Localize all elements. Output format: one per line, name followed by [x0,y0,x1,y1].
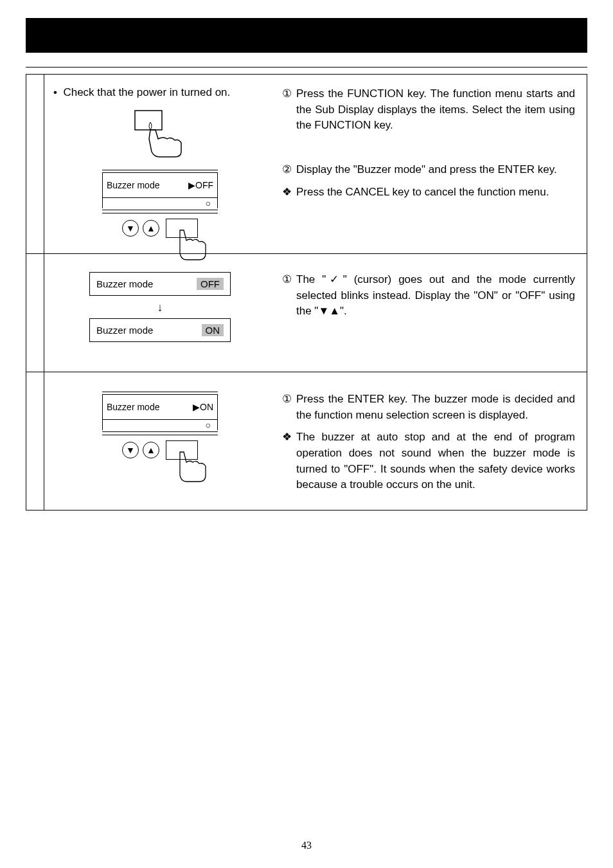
circled-one-icon: ① [282,86,296,134]
down-triangle-icon: ▼ [126,445,135,455]
step-item: ② Display the "Buzzer mode" and press th… [282,162,575,178]
sub-display-value: ▶OFF [188,180,213,190]
circled-two-icon: ② [282,162,296,178]
button-row: ▼ ▲ [122,442,198,464]
row1-left: • Check that the power in turned on. Buz… [44,75,276,253]
row2-left: Buzzer mode OFF ↓ Buzzer mode ON [44,254,276,372]
diamond-icon: ❖ [282,185,296,201]
step2-text: Display the "Buzzer mode" and press the … [296,162,575,178]
table-row: Buzzer mode OFF ↓ Buzzer mode ON ① The "… [26,254,587,372]
mode-box-on: Buzzer mode ON [89,318,231,342]
button-row: ▼ ▲ [122,220,198,242]
lamp-icon: ○ [206,420,211,430]
mode-box-label: Buzzer mode [96,278,153,289]
hand-press-icon [131,107,189,158]
up-triangle-icon: ▲ [147,445,155,455]
up-triangle-icon: ▲ [147,223,155,233]
row-gutter [26,254,44,372]
horizontal-rule [26,67,587,68]
row3-note-text: The buzzer at auto stop and at the end o… [296,429,575,493]
sub-display: Buzzer mode ▶OFF ○ [102,170,218,213]
down-triangle-icon: ▼ [126,223,135,233]
mode-box-off: Buzzer mode OFF [89,272,231,296]
step-item: ① Press the ENTER key. The buzzer mode i… [282,392,575,423]
circled-one-icon: ① [282,392,296,423]
steps-table: • Check that the power in turned on. Buz… [26,74,587,511]
bullet-icon: • [53,86,57,98]
hand-press-icon [173,224,218,264]
row-gutter [26,372,44,510]
page-number: 43 [0,840,613,851]
table-row: Buzzer mode ▶ON ○ ▼ ▲ [26,372,587,510]
note-item: ❖ The buzzer at auto stop and at the end… [282,429,575,493]
mode-box-label: Buzzer mode [96,325,153,336]
mode-box-value: OFF [197,278,224,290]
up-arrow-button[interactable]: ▲ [143,442,159,458]
row3-step1-text: Press the ENTER key. The buzzer mode is … [296,392,575,423]
circled-one-icon: ① [282,272,296,320]
row3-right: ① Press the ENTER key. The buzzer mode i… [276,372,587,510]
down-arrow-button[interactable]: ▼ [122,442,139,458]
check-power-text: • Check that the power in turned on. [53,86,230,99]
note-text: Press the CANCEL key to cancel the funct… [296,185,575,201]
header-black-band [26,18,587,53]
diamond-icon: ❖ [282,429,296,493]
lamp-icon: ○ [206,198,211,208]
mode-box-value: ON [202,324,224,336]
row2-right: ① The "✓" (cursor) goes out and the mode… [276,254,587,372]
sub-display: Buzzer mode ▶ON ○ [102,392,218,435]
step1-text: Press the FUNCTION key. The function men… [296,86,575,134]
sub-display-label: Buzzer mode [107,180,159,190]
check-power-label: Check that the power in turned on. [63,86,230,98]
row2-step1-text: The "✓" (cursor) goes out and the mode c… [296,272,575,320]
row3-left: Buzzer mode ▶ON ○ ▼ ▲ [44,372,276,510]
svg-rect-0 [135,111,162,130]
down-arrow-button[interactable]: ▼ [122,220,139,237]
row-gutter [26,75,44,253]
step-item: ① Press the FUNCTION key. The function m… [282,86,575,134]
note-item: ❖ Press the CANCEL key to cancel the fun… [282,185,575,201]
step-item: ① The "✓" (cursor) goes out and the mode… [282,272,575,320]
sub-display-value: ▶ON [193,402,213,412]
sub-display-label: Buzzer mode [107,402,159,412]
hand-press-icon [173,446,218,485]
down-arrow-icon: ↓ [157,301,163,314]
row1-right: ① Press the FUNCTION key. The function m… [276,75,587,253]
up-arrow-button[interactable]: ▲ [143,220,159,237]
table-row: • Check that the power in turned on. Buz… [26,75,587,254]
